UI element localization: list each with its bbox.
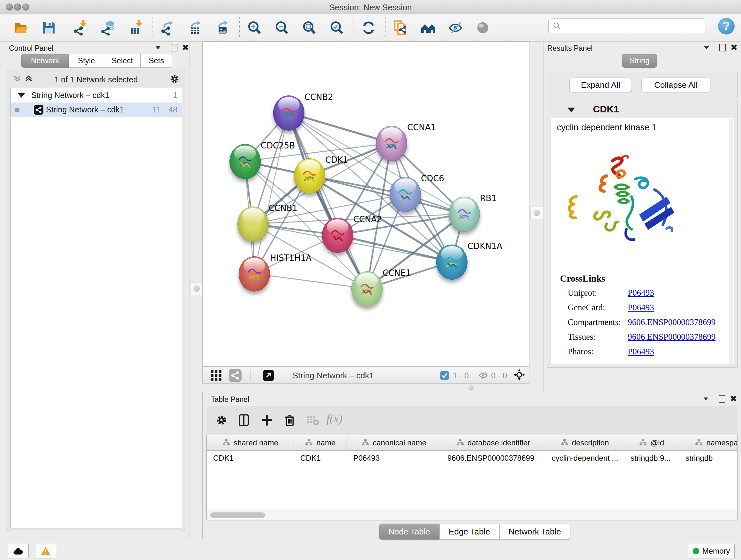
search-input[interactable]	[561, 19, 705, 33]
column-header-shared-name[interactable]: shared name	[207, 435, 294, 450]
export-table-button[interactable]	[187, 19, 203, 37]
network-share-icon[interactable]	[229, 369, 242, 382]
node-CCNA1[interactable]	[376, 126, 407, 161]
results-scrollbar[interactable]	[729, 119, 733, 364]
column-header-description[interactable]: description	[545, 435, 624, 450]
table-horizontal-scrollbar[interactable]	[207, 510, 737, 520]
node-CCNE1[interactable]	[351, 271, 383, 307]
node-HIST1H1A[interactable]	[239, 256, 270, 292]
float-panel-icon[interactable]	[718, 43, 727, 52]
horizontal-splitter-handle[interactable]	[468, 385, 474, 390]
tab-edge-table[interactable]: Edge Table	[440, 523, 499, 540]
table-cell[interactable]: stringdb	[679, 451, 738, 465]
zoom-fit-button[interactable]	[301, 19, 317, 37]
crosslink-link[interactable]: 9606.ENSP00000378699	[628, 317, 716, 327]
show-columns-icon[interactable]	[237, 413, 251, 428]
function-builder-icon[interactable]: f(x)	[327, 412, 342, 425]
zoom-out-button[interactable]	[274, 19, 290, 37]
table-options-gear-icon[interactable]	[214, 413, 229, 428]
tab-network-table[interactable]: Network Table	[499, 523, 570, 540]
column-header-database-identifier[interactable]: database identifier	[441, 435, 545, 450]
delete-table-icon[interactable]	[306, 413, 320, 428]
close-panel-icon[interactable]: ✖	[729, 394, 738, 403]
tab-sets[interactable]: Sets	[140, 54, 172, 68]
crosslink-link[interactable]: 9606.ENSP00000378699	[628, 332, 716, 341]
tab-network[interactable]: Network	[21, 54, 69, 68]
zoom-selected-button[interactable]	[329, 19, 345, 37]
node-CDKN1A[interactable]	[436, 245, 468, 280]
table-row[interactable]: CDK1CDK1P064939606.ENSP00000378699cyclin…	[207, 451, 738, 465]
collapse-panel-icon[interactable]	[702, 43, 711, 52]
apply-layout-button[interactable]	[360, 19, 377, 37]
import-network-button[interactable]	[73, 19, 89, 37]
hidden-eye-icon[interactable]	[478, 371, 488, 381]
collection-expander-icon[interactable]	[18, 93, 25, 98]
column-header-canonical-name[interactable]: canonical name	[347, 435, 441, 450]
network-row[interactable]: String Network – cdk1 11 48	[11, 103, 182, 117]
column-header-namespace[interactable]: namespace	[679, 435, 738, 450]
save-session-button[interactable]	[41, 19, 57, 37]
node-CCNB1[interactable]	[238, 206, 269, 242]
left-splitter[interactable]	[190, 42, 203, 539]
show-all-button[interactable]	[475, 19, 491, 37]
expand-all-button[interactable]: Expand All	[569, 78, 632, 92]
crosslink-link[interactable]: P06493	[628, 288, 654, 298]
open-session-button[interactable]	[13, 19, 29, 37]
node-RB1[interactable]	[449, 197, 480, 232]
import-table-button[interactable]	[128, 19, 144, 37]
node-CCNA2[interactable]	[322, 218, 353, 253]
warnings-button[interactable]	[35, 544, 56, 558]
tab-string[interactable]: String	[622, 54, 657, 68]
tab-select[interactable]: Select	[104, 54, 140, 68]
collapse-panel-icon[interactable]	[153, 43, 163, 52]
new-network-from-selection-button[interactable]	[393, 19, 408, 37]
table-cell[interactable]: stringdb:9...	[624, 451, 679, 465]
edge-CCNB2-HIST1H1A[interactable]	[254, 113, 288, 273]
zoom-in-button[interactable]	[246, 19, 262, 37]
node-CDC25B[interactable]	[229, 144, 261, 179]
table-cell[interactable]: CDK1	[207, 451, 294, 465]
memory-status-button[interactable]: Memory	[688, 544, 735, 558]
tab-style[interactable]: Style	[69, 54, 104, 68]
right-splitter-handle[interactable]	[530, 206, 543, 219]
network-options-gear-icon[interactable]	[169, 73, 180, 86]
cloud-status-button[interactable]	[8, 544, 29, 558]
section-expander-icon[interactable]	[567, 108, 575, 112]
add-column-icon[interactable]	[259, 413, 274, 428]
network-collection-row[interactable]: String Network – cdk1 1	[11, 88, 182, 103]
search-box[interactable]	[548, 18, 706, 33]
delete-column-icon[interactable]	[282, 413, 297, 428]
column-header--id[interactable]: @id	[624, 435, 679, 450]
selected-checkbox-icon[interactable]	[440, 370, 450, 382]
node-CCNB2[interactable]	[273, 96, 305, 131]
collapse-panel-icon[interactable]	[701, 394, 711, 403]
scrollbar-thumb[interactable]	[210, 512, 265, 518]
show-grid-icon[interactable]	[210, 369, 222, 382]
table-cell[interactable]: cyclin-dependent ...	[545, 451, 624, 465]
float-panel-icon[interactable]	[717, 394, 727, 403]
node-CDC6[interactable]	[390, 177, 421, 212]
first-neighbors-button[interactable]	[420, 19, 436, 37]
hide-selected-button[interactable]	[448, 19, 463, 37]
table-cell[interactable]: CDK1	[294, 451, 347, 465]
tab-node-table[interactable]: Node Table	[379, 523, 440, 540]
table-cell[interactable]: 9606.ENSP00000378699	[441, 451, 545, 465]
network-canvas[interactable]: CCNB2 CCNA1 CDC25B CDK1 CDC6	[202, 42, 529, 367]
table-cell[interactable]: P06493	[347, 451, 441, 465]
node-CDK1[interactable]	[294, 159, 325, 193]
horizontal-splitter[interactable]	[202, 384, 529, 392]
help-button[interactable]: ?	[718, 18, 735, 35]
import-network-from-database-button[interactable]	[100, 19, 116, 37]
left-splitter-handle[interactable]	[190, 282, 203, 295]
crosslink-link[interactable]: P06493	[628, 303, 654, 312]
export-network-button[interactable]	[159, 19, 176, 37]
open-view-in-window-icon[interactable]	[262, 369, 275, 382]
close-panel-icon[interactable]: ✖	[181, 43, 190, 52]
right-splitter[interactable]	[530, 42, 543, 392]
close-panel-icon[interactable]: ✖	[729, 43, 739, 52]
column-header-name[interactable]: name	[294, 435, 347, 450]
edge-CCNA2-CDKN1A[interactable]	[337, 235, 452, 262]
float-panel-icon[interactable]	[169, 43, 179, 52]
export-image-button[interactable]	[214, 19, 230, 37]
collapse-all-button[interactable]: Collapse All	[642, 78, 711, 92]
